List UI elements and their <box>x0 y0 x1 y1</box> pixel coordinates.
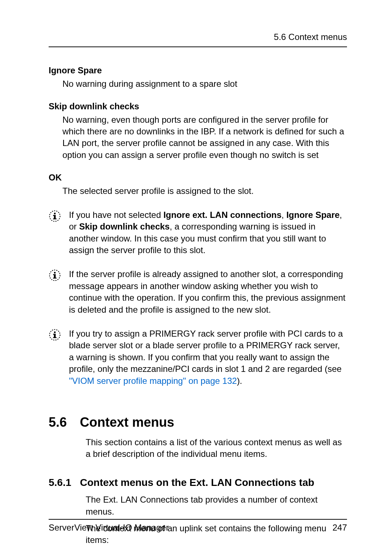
cross-ref-link[interactable]: "VIOM server profile mapping" on page 13… <box>69 376 237 386</box>
info-icon <box>49 210 61 256</box>
running-header-text: 5.6 Context menus <box>274 32 347 42</box>
text-fragment: If you try to assign a PRIMERGY rack ser… <box>69 329 343 374</box>
svg-rect-8 <box>53 274 56 275</box>
def-text: The selected server profile is assigned … <box>62 185 347 197</box>
info-note-1: If you have not selected Ignore ext. LAN… <box>49 209 347 256</box>
footer-left: ServerView Virtual-IO Manager <box>49 522 169 533</box>
text-fragment: The <box>86 495 103 504</box>
section-body-text: This section contains a list of the vari… <box>86 437 342 459</box>
section-number: 5.6 <box>49 414 67 431</box>
def-text: No warning, even though ports are config… <box>62 114 347 161</box>
subsection-title: Context menus on the Ext. LAN Connection… <box>80 476 314 490</box>
section-body: This section contains a list of the vari… <box>86 437 347 460</box>
def-term: Ignore Spare <box>49 65 347 76</box>
running-header: 5.6 Context menus <box>49 31 347 43</box>
info-icon <box>49 269 61 316</box>
info-note-3: If you try to assign a PRIMERGY rack ser… <box>49 328 347 387</box>
subsection-heading: 5.6.1 Context menus on the Ext. LAN Conn… <box>49 476 347 490</box>
page-number: 247 <box>332 522 347 533</box>
text-bold: Ext. LAN Connections <box>103 495 188 504</box>
svg-rect-4 <box>53 219 57 219</box>
svg-rect-3 <box>53 215 56 216</box>
text-fragment: If you have not selected <box>69 210 163 220</box>
def-text: No warning during assignment to a spare … <box>62 78 347 90</box>
text-bold: Ignore Spare <box>286 210 340 220</box>
section-title: Context menus <box>80 414 174 431</box>
svg-rect-14 <box>53 337 57 338</box>
info-text: If you try to assign a PRIMERGY rack ser… <box>69 328 347 387</box>
def-ok: OK The selected server profile is assign… <box>49 172 347 197</box>
info-text: If the server profile is already assigne… <box>69 268 347 316</box>
def-term: Skip downlink checks <box>49 101 347 112</box>
top-rule <box>49 46 347 47</box>
def-ignore-spare: Ignore Spare No warning during assignmen… <box>49 65 347 90</box>
text-fragment: ). <box>237 376 242 386</box>
text-fragment: If the server profile is already assigne… <box>69 269 346 314</box>
def-term: OK <box>49 172 347 183</box>
footer-rule <box>49 519 347 520</box>
def-skip-downlink: Skip downlink checks No warning, even th… <box>49 101 347 161</box>
text-fragment: , <box>282 210 286 220</box>
text-bold: Skip downlink checks <box>79 222 170 231</box>
info-icon <box>49 329 61 387</box>
info-text: If you have not selected Ignore ext. LAN… <box>69 209 347 256</box>
text-bold: Ignore ext. LAN connections <box>163 210 281 220</box>
subsection-number: 5.6.1 <box>49 476 71 490</box>
info-note-2: If the server profile is already assigne… <box>49 268 347 316</box>
section-heading: 5.6 Context menus <box>49 414 347 431</box>
svg-point-1 <box>54 213 56 215</box>
svg-rect-9 <box>53 278 57 279</box>
svg-point-11 <box>54 332 56 333</box>
svg-point-6 <box>54 272 56 274</box>
subsection-paragraph: The Ext. LAN Connections tab provides a … <box>86 494 347 518</box>
svg-rect-13 <box>53 334 56 334</box>
page-footer: ServerView Virtual-IO Manager 247 <box>49 519 347 533</box>
